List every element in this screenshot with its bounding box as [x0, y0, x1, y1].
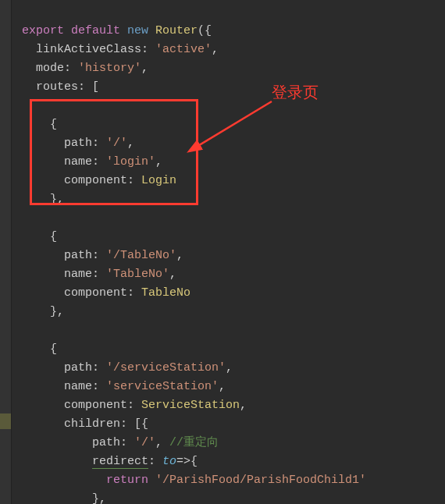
- punc: :: [78, 80, 92, 94]
- punc: :: [92, 249, 106, 262]
- punc: ,: [219, 380, 226, 393]
- punc: :: [148, 455, 162, 468]
- key-name: name: [64, 155, 92, 169]
- str-tableno-name: 'TableNo': [106, 268, 169, 281]
- punc: :: [141, 43, 155, 56]
- str-servicestation-name: 'serviceStation': [106, 380, 219, 393]
- punc: :: [92, 380, 106, 393]
- punc: :: [127, 286, 141, 300]
- key-path: path: [64, 249, 92, 262]
- punc: ,: [212, 43, 219, 56]
- punc: :: [127, 174, 141, 187]
- brace-close: },: [50, 193, 64, 206]
- class-login: Login: [141, 174, 176, 187]
- punc: ,: [127, 137, 134, 150]
- key-path: path: [64, 137, 92, 150]
- str-login: 'login': [106, 155, 155, 169]
- annotation-label: 登录页: [272, 83, 319, 101]
- punc: :: [127, 399, 141, 412]
- brace-open: {: [50, 118, 57, 131]
- punc: [: [92, 80, 99, 94]
- comment-redirect: //重定向: [169, 436, 219, 449]
- punc: :: [64, 62, 78, 75]
- punc: =>: [176, 455, 190, 468]
- param-to: to: [162, 455, 176, 468]
- punc: ,: [169, 268, 176, 281]
- class-router: Router: [155, 24, 198, 37]
- key-children: children: [64, 417, 120, 431]
- str-parishfood-path: '/ParishFood/ParishFoodChild1': [155, 474, 366, 487]
- key-routes: routes: [36, 80, 78, 94]
- kw-new: new: [127, 24, 148, 37]
- punc: :: [92, 361, 106, 374]
- key-path: path: [64, 361, 92, 374]
- key-redirect: redirect: [92, 455, 148, 469]
- punc: :: [92, 155, 106, 169]
- str-root: '/': [106, 137, 127, 150]
- punc: {: [190, 455, 198, 468]
- brace-open: {: [50, 343, 57, 356]
- key-component: component: [64, 174, 127, 187]
- key-name: name: [64, 268, 92, 281]
- punc: :: [92, 137, 106, 150]
- punc: :: [120, 417, 134, 431]
- str-history: 'history': [78, 62, 141, 75]
- brace-close: },: [92, 492, 106, 504]
- kw-default: default: [71, 24, 120, 37]
- str-active: 'active': [155, 43, 212, 56]
- key-linkActiveClass: linkActiveClass: [36, 43, 141, 56]
- punc: [{: [134, 417, 148, 431]
- punc: :: [92, 268, 106, 281]
- punc: ,: [141, 62, 148, 75]
- punc: ,: [240, 399, 247, 412]
- code-area[interactable]: export default new Router({ linkActiveCl…: [0, 0, 445, 504]
- punc: ,: [155, 436, 169, 449]
- punc: ,: [226, 361, 233, 374]
- punc: ,: [176, 249, 183, 262]
- key-component: component: [64, 286, 127, 300]
- brace-open: {: [50, 230, 57, 243]
- key-name: name: [64, 380, 92, 393]
- key-component: component: [64, 399, 127, 412]
- punc: ,: [155, 155, 162, 169]
- key-path: path: [92, 436, 120, 449]
- class-servicestation: ServiceStation: [141, 399, 240, 412]
- class-tableno: TableNo: [141, 286, 190, 300]
- kw-export: export: [22, 24, 64, 37]
- brace-close: },: [50, 305, 64, 318]
- punc: :: [120, 436, 134, 449]
- punc: ({: [198, 24, 212, 37]
- str-servicestation-path: '/serviceStation': [106, 361, 226, 374]
- kw-return: return: [106, 474, 148, 487]
- str-tableno-path: '/TableNo': [106, 249, 176, 262]
- key-mode: mode: [36, 62, 64, 75]
- str-child-root: '/': [134, 436, 155, 449]
